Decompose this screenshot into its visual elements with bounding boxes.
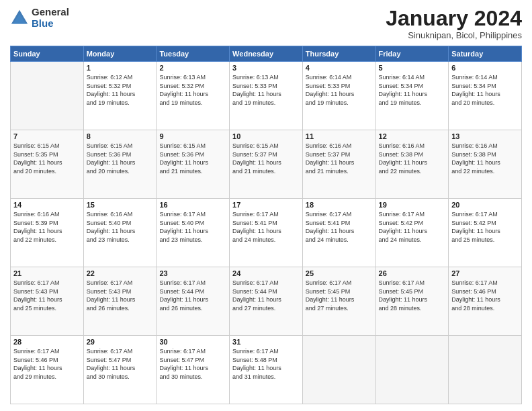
week-row-2: 14Sunrise: 6:16 AM Sunset: 5:39 PM Dayli… [11,199,522,267]
day-cell: 28Sunrise: 6:17 AM Sunset: 5:46 PM Dayli… [11,336,84,404]
day-cell: 23Sunrise: 6:17 AM Sunset: 5:44 PM Dayli… [157,267,230,336]
day-cell: 30Sunrise: 6:17 AM Sunset: 5:47 PM Dayli… [157,336,230,404]
day-cell: 21Sunrise: 6:17 AM Sunset: 5:43 PM Dayli… [11,267,84,336]
calendar-body: 1Sunrise: 6:12 AM Sunset: 5:32 PM Daylig… [11,62,522,404]
day-cell [375,336,449,404]
title-section: January 2024 Sinuknipan, Bicol, Philippi… [386,7,522,40]
day-info: Sunrise: 6:15 AM Sunset: 5:36 PM Dayligh… [87,142,154,175]
subtitle: Sinuknipan, Bicol, Philippines [386,30,522,40]
day-number: 17 [232,201,300,209]
day-number: 11 [306,132,373,140]
page: General Blue January 2024 Sinuknipan, Bi… [0,0,532,411]
day-cell: 17Sunrise: 6:17 AM Sunset: 5:41 PM Dayli… [230,199,303,267]
day-number: 26 [379,269,446,277]
col-thursday: Thursday [302,46,375,62]
day-number: 3 [232,64,300,72]
day-number: 19 [379,201,446,209]
col-sunday: Sunday [11,46,84,62]
day-cell [11,62,84,130]
col-wednesday: Wednesday [230,46,303,62]
day-info: Sunrise: 6:16 AM Sunset: 5:39 PM Dayligh… [13,210,81,244]
day-info: Sunrise: 6:17 AM Sunset: 5:45 PM Dayligh… [306,279,373,312]
calendar-header: Sunday Monday Tuesday Wednesday Thursday… [11,46,522,62]
day-cell: 27Sunrise: 6:17 AM Sunset: 5:46 PM Dayli… [449,267,522,336]
day-number: 30 [159,338,226,346]
col-friday: Friday [375,46,449,62]
day-info: Sunrise: 6:14 AM Sunset: 5:34 PM Dayligh… [451,73,519,107]
day-cell: 24Sunrise: 6:17 AM Sunset: 5:44 PM Dayli… [230,267,303,336]
day-cell: 15Sunrise: 6:16 AM Sunset: 5:40 PM Dayli… [83,199,157,267]
header: General Blue January 2024 Sinuknipan, Bi… [10,7,522,40]
day-cell [302,336,375,404]
day-cell: 26Sunrise: 6:17 AM Sunset: 5:45 PM Dayli… [375,267,449,336]
day-number: 5 [379,64,446,72]
day-info: Sunrise: 6:17 AM Sunset: 5:48 PM Dayligh… [232,347,300,381]
day-info: Sunrise: 6:13 AM Sunset: 5:32 PM Dayligh… [159,73,226,107]
day-number: 8 [87,132,154,140]
day-number: 22 [87,269,154,277]
day-info: Sunrise: 6:17 AM Sunset: 5:42 PM Dayligh… [451,210,519,244]
day-number: 2 [159,64,226,72]
day-cell: 6Sunrise: 6:14 AM Sunset: 5:34 PM Daylig… [449,62,522,130]
day-number: 1 [87,64,154,72]
day-info: Sunrise: 6:17 AM Sunset: 5:43 PM Dayligh… [87,279,154,312]
logo-blue-text: Blue [32,18,69,30]
day-number: 9 [159,132,226,140]
calendar-table: Sunday Monday Tuesday Wednesday Thursday… [10,46,522,404]
day-cell: 16Sunrise: 6:17 AM Sunset: 5:40 PM Dayli… [157,199,230,267]
day-cell: 3Sunrise: 6:13 AM Sunset: 5:33 PM Daylig… [230,62,303,130]
day-info: Sunrise: 6:15 AM Sunset: 5:36 PM Dayligh… [159,142,226,175]
day-cell: 20Sunrise: 6:17 AM Sunset: 5:42 PM Dayli… [449,199,522,267]
day-info: Sunrise: 6:15 AM Sunset: 5:37 PM Dayligh… [232,142,300,175]
day-number: 31 [232,338,300,346]
logo-general-text: General [32,7,69,18]
day-cell: 19Sunrise: 6:17 AM Sunset: 5:42 PM Dayli… [375,199,449,267]
day-number: 23 [159,269,226,277]
day-info: Sunrise: 6:17 AM Sunset: 5:42 PM Dayligh… [379,210,446,244]
day-info: Sunrise: 6:17 AM Sunset: 5:46 PM Dayligh… [451,279,519,312]
day-info: Sunrise: 6:14 AM Sunset: 5:33 PM Dayligh… [306,73,373,107]
week-row-0: 1Sunrise: 6:12 AM Sunset: 5:32 PM Daylig… [11,62,522,130]
col-saturday: Saturday [449,46,522,62]
day-number: 4 [306,64,373,72]
day-number: 20 [451,201,519,209]
day-info: Sunrise: 6:17 AM Sunset: 5:45 PM Dayligh… [379,279,446,312]
day-cell: 11Sunrise: 6:16 AM Sunset: 5:37 PM Dayli… [302,130,375,199]
day-info: Sunrise: 6:17 AM Sunset: 5:40 PM Dayligh… [159,210,226,244]
day-number: 18 [306,201,373,209]
day-number: 16 [159,201,226,209]
day-cell: 9Sunrise: 6:15 AM Sunset: 5:36 PM Daylig… [157,130,230,199]
day-info: Sunrise: 6:17 AM Sunset: 5:41 PM Dayligh… [232,210,300,244]
day-cell: 13Sunrise: 6:16 AM Sunset: 5:38 PM Dayli… [449,130,522,199]
day-cell [449,336,522,404]
day-info: Sunrise: 6:14 AM Sunset: 5:34 PM Dayligh… [379,73,446,107]
day-info: Sunrise: 6:16 AM Sunset: 5:38 PM Dayligh… [451,142,519,175]
day-cell: 8Sunrise: 6:15 AM Sunset: 5:36 PM Daylig… [83,130,157,199]
week-row-1: 7Sunrise: 6:15 AM Sunset: 5:35 PM Daylig… [11,130,522,199]
day-number: 6 [451,64,519,72]
day-info: Sunrise: 6:17 AM Sunset: 5:46 PM Dayligh… [13,347,81,381]
day-number: 21 [13,269,81,277]
day-number: 28 [13,338,81,346]
day-cell: 4Sunrise: 6:14 AM Sunset: 5:33 PM Daylig… [302,62,375,130]
day-info: Sunrise: 6:17 AM Sunset: 5:44 PM Dayligh… [159,279,226,312]
header-row: Sunday Monday Tuesday Wednesday Thursday… [11,46,522,62]
day-cell: 1Sunrise: 6:12 AM Sunset: 5:32 PM Daylig… [83,62,157,130]
day-number: 13 [451,132,519,140]
day-info: Sunrise: 6:17 AM Sunset: 5:47 PM Dayligh… [87,347,154,381]
logo: General Blue [10,7,69,29]
day-number: 27 [451,269,519,277]
day-number: 25 [306,269,373,277]
day-info: Sunrise: 6:13 AM Sunset: 5:33 PM Dayligh… [232,73,300,107]
logo-icon [10,9,29,28]
day-cell: 25Sunrise: 6:17 AM Sunset: 5:45 PM Dayli… [302,267,375,336]
day-cell: 29Sunrise: 6:17 AM Sunset: 5:47 PM Dayli… [83,336,157,404]
main-title: January 2024 [386,7,522,30]
day-cell: 12Sunrise: 6:16 AM Sunset: 5:38 PM Dayli… [375,130,449,199]
day-cell: 7Sunrise: 6:15 AM Sunset: 5:35 PM Daylig… [11,130,84,199]
day-cell: 5Sunrise: 6:14 AM Sunset: 5:34 PM Daylig… [375,62,449,130]
day-number: 29 [87,338,154,346]
day-cell: 31Sunrise: 6:17 AM Sunset: 5:48 PM Dayli… [230,336,303,404]
day-cell: 2Sunrise: 6:13 AM Sunset: 5:32 PM Daylig… [157,62,230,130]
day-cell: 10Sunrise: 6:15 AM Sunset: 5:37 PM Dayli… [230,130,303,199]
